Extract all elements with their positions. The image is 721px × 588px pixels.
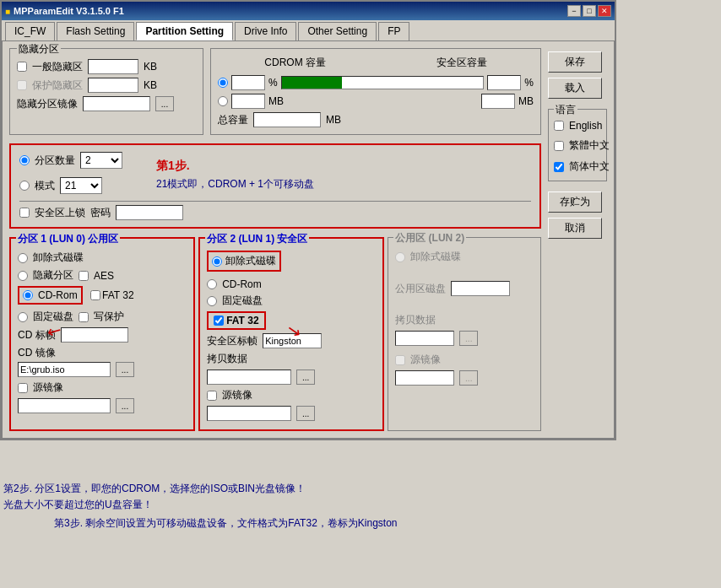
traditional-chinese-label: 繁體中文 xyxy=(569,138,610,153)
step3-annotation: 第3步. 剩余空间设置为可移动磁盘设备，文件格式为FAT32，卷标为Kingst… xyxy=(3,516,653,531)
p1-cd-label-input[interactable] xyxy=(61,327,128,343)
protect-hidden-label: 保护隐藏区 xyxy=(32,78,83,93)
total-mb-input[interactable] xyxy=(253,112,321,127)
p2-copy-data-browse[interactable]: ... xyxy=(296,370,315,385)
p2-fat32-checkbox[interactable] xyxy=(214,316,224,326)
p3-copy-data-label: 拷贝数据 xyxy=(395,313,436,327)
step2-line1: 第2步. 分区1设置，即您的CDROM，选择您的ISO或BIN光盘镜像！ xyxy=(3,481,653,497)
p2-cdrom-radio[interactable] xyxy=(207,279,217,289)
minimize-button[interactable]: − xyxy=(567,5,581,17)
window-title: MPParamEdit V3.1.5.0 F1 xyxy=(14,6,124,16)
step1-label: 第1步. xyxy=(156,159,314,174)
language-title: 语言 xyxy=(554,103,577,117)
normal-hidden-checkbox[interactable] xyxy=(17,62,27,72)
hidden-partition-title: 隐藏分区 xyxy=(17,42,61,57)
save-button[interactable]: 保存 xyxy=(548,51,602,73)
p3-public-disk-input[interactable] xyxy=(451,281,510,296)
p3-source-image-input[interactable] xyxy=(395,370,454,386)
cdrom-type-radio1[interactable] xyxy=(218,78,228,88)
p1-removable-radio[interactable] xyxy=(18,253,28,263)
hidden-image-browse-button[interactable]: ... xyxy=(155,96,174,111)
p2-source-image-browse[interactable]: ... xyxy=(296,406,315,421)
p3-source-image-browse[interactable]: ... xyxy=(459,370,478,386)
load-button[interactable]: 载入 xyxy=(548,78,602,99)
p2-source-image-checkbox[interactable] xyxy=(207,391,217,401)
p1-source-image-checkbox[interactable] xyxy=(18,383,28,393)
cdrom-type-radio2[interactable] xyxy=(218,96,228,106)
password-input[interactable] xyxy=(116,205,183,220)
p3-source-image-checkbox[interactable] xyxy=(395,355,405,365)
partition-count-radio[interactable] xyxy=(19,155,30,165)
title-bar: ■ MPParamEdit V3.1.5.0 F1 − □ ✕ xyxy=(2,2,615,20)
partition2-title: 分区 2 (LUN 1) 安全区 xyxy=(205,232,309,246)
protect-hidden-input[interactable] xyxy=(88,78,138,93)
p1-cdrom-radio[interactable] xyxy=(23,290,33,300)
password-label: 密码 xyxy=(90,206,111,220)
english-checkbox[interactable] xyxy=(554,121,564,131)
mode-select[interactable]: 21 11 31 xyxy=(60,177,102,194)
simplified-chinese-checkbox[interactable] xyxy=(554,162,564,172)
p1-write-protect-label: 写保护 xyxy=(94,310,124,324)
safe-percent-input[interactable] xyxy=(487,75,521,90)
partition-count-label: 分区数量 xyxy=(35,154,75,168)
step1-hint: 21模式即，CDROM + 1个可移动盘 xyxy=(156,177,314,192)
tab-other-setting[interactable]: Other Setting xyxy=(298,22,377,40)
tab-flash-setting[interactable]: Flash Setting xyxy=(57,22,134,40)
tab-partition-setting[interactable]: Partition Setting xyxy=(136,22,233,40)
p1-cd-image-label: CD 镜像 xyxy=(18,346,187,360)
total-label: 总容量 xyxy=(218,113,248,127)
p2-fixed-radio[interactable] xyxy=(207,296,217,306)
safe-mb-input[interactable] xyxy=(481,94,515,109)
cdrom-percent-input[interactable] xyxy=(231,75,265,90)
p1-aes-checkbox[interactable] xyxy=(79,271,89,281)
p1-fat32-checkbox[interactable] xyxy=(90,290,100,300)
hidden-image-label: 隐藏分区镜像 xyxy=(17,97,78,111)
cdrom-capacity-label: CDROM 容量 xyxy=(264,56,326,70)
tab-ic-fw[interactable]: IC_FW xyxy=(5,22,55,40)
secure-lock-label: 安全区上锁 xyxy=(35,206,85,220)
p1-source-image-browse[interactable]: ... xyxy=(116,398,134,413)
protect-hidden-unit: KB xyxy=(144,79,157,91)
p2-fat32-label: FAT 32 xyxy=(226,315,258,326)
p1-source-image-label: 源镜像 xyxy=(33,380,63,395)
partition3-title: 公用区 (LUN 2) xyxy=(393,231,466,245)
traditional-chinese-checkbox[interactable] xyxy=(554,141,564,151)
p2-removable-label: 卸除式磁碟 xyxy=(225,254,276,268)
hidden-image-input[interactable] xyxy=(83,96,150,111)
tab-drive-info[interactable]: Drive Info xyxy=(235,22,296,40)
maximize-button[interactable]: □ xyxy=(583,5,596,17)
save-as-button[interactable]: 存贮为 xyxy=(548,192,602,213)
p1-cd-image-input[interactable] xyxy=(18,362,111,377)
p2-removable-radio[interactable] xyxy=(212,256,222,267)
p2-source-image-input[interactable] xyxy=(207,406,291,421)
p1-cdrom-label: CD-Rom xyxy=(38,289,78,301)
p1-write-protect-checkbox[interactable] xyxy=(79,312,89,322)
tab-bar: IC_FW Flash Setting Partition Setting Dr… xyxy=(2,20,615,40)
p3-copy-data-input[interactable] xyxy=(395,331,454,346)
p2-copy-data-label: 拷贝数据 xyxy=(207,352,247,366)
p1-hidden-radio[interactable] xyxy=(18,271,28,281)
mode-radio[interactable] xyxy=(19,181,30,191)
p1-cd-image-browse[interactable]: ... xyxy=(116,362,134,377)
p2-cdrom-label: CD-Rom xyxy=(222,278,262,290)
mode-label: 模式 xyxy=(35,179,55,193)
normal-hidden-input[interactable] xyxy=(88,59,138,74)
close-button[interactable]: ✕ xyxy=(598,5,611,17)
p1-source-image-input[interactable] xyxy=(18,398,111,413)
p3-source-image-label: 源镜像 xyxy=(410,353,441,367)
partition-count-select[interactable]: 2 1 3 xyxy=(80,152,122,169)
p2-copy-data-input[interactable] xyxy=(207,370,291,385)
cdrom-mb-input[interactable] xyxy=(231,94,265,109)
p3-copy-data-browse[interactable]: ... xyxy=(459,331,478,346)
protect-hidden-checkbox[interactable] xyxy=(17,80,27,90)
safe-capacity-label: 安全区容量 xyxy=(436,56,487,70)
step2-line2: 光盘大小不要超过您的U盘容量！ xyxy=(3,497,653,513)
p1-fixed-radio[interactable] xyxy=(18,312,28,322)
p3-removable-radio[interactable] xyxy=(395,252,405,262)
english-label: English xyxy=(569,120,602,132)
tab-fp[interactable]: FP xyxy=(378,22,409,40)
p1-aes-label: AES xyxy=(94,270,114,282)
secure-lock-checkbox[interactable] xyxy=(19,208,30,218)
cancel-button[interactable]: 取消 xyxy=(548,218,602,239)
p1-removable-label: 卸除式磁碟 xyxy=(33,251,84,265)
